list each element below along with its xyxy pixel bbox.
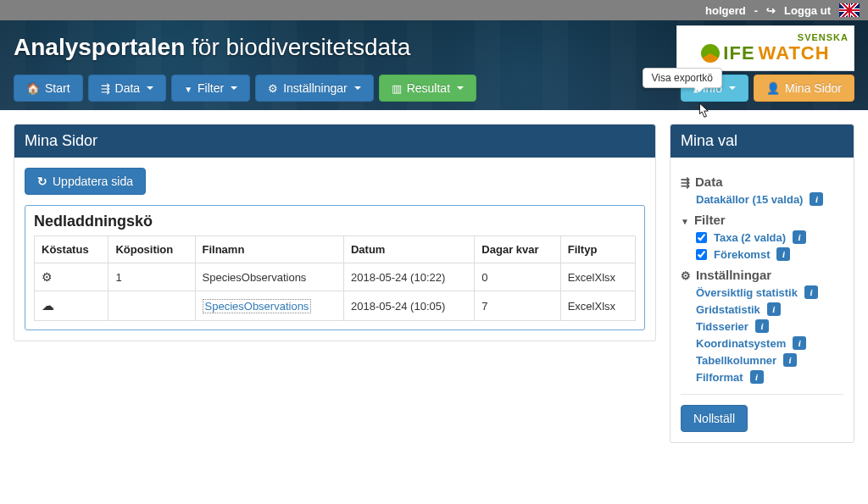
nav-start-label: Start [45, 81, 70, 95]
gear-icon [42, 270, 53, 284]
filter-list: Taxa (2 valda)iFörekomsti [681, 230, 843, 261]
sitemap-icon [101, 81, 110, 95]
table-row: 1SpeciesObservations2018-05-24 (10:22)0E… [35, 263, 636, 291]
caret-icon [147, 86, 153, 90]
list-item-label[interactable]: Filformat [696, 371, 743, 384]
logo-swirl-icon [701, 44, 720, 63]
nav-mypages-label: Mina Sidor [785, 81, 842, 95]
nav-data-label: Data [115, 81, 141, 95]
separator: - [754, 4, 758, 17]
cell-filename: SpeciesObservations [195, 263, 343, 291]
home-icon [26, 81, 40, 95]
queue-title: Nedladdningskö [34, 213, 636, 230]
checkbox[interactable] [696, 249, 707, 260]
refresh-icon [37, 174, 47, 188]
username: holgerd [705, 4, 746, 17]
info-badge-icon[interactable]: i [783, 353, 797, 367]
list-item: Tidsserieri [696, 319, 843, 333]
main-nav: Start Data Filter Inställningar Resultat… [14, 75, 854, 102]
cell-position [108, 291, 195, 321]
cell-filetype: ExcelXlsx [560, 263, 635, 291]
main-panel-heading: Mina Sidor [14, 125, 655, 158]
cloud-icon [42, 298, 54, 313]
caret-icon [231, 86, 237, 90]
cell-status [35, 291, 108, 321]
main-column: Mina Sidor Uppdatera sida Nedladdningskö… [14, 124, 656, 453]
list-item-label[interactable]: Koordinatsystem [696, 337, 786, 350]
list-item: Koordinatsystemi [696, 336, 843, 350]
cell-position: 1 [108, 263, 195, 291]
chart-icon [392, 81, 402, 95]
logout-link[interactable]: Logga ut [784, 4, 831, 17]
caret-icon [457, 86, 464, 90]
info-badge-icon[interactable]: i [793, 336, 806, 350]
logo: SVENSKA IFEWATCH [676, 25, 854, 71]
signout-icon [766, 4, 776, 17]
cell-days: 0 [475, 263, 560, 291]
section-filter-label: Filter [694, 213, 726, 227]
title-rest: för biodiversitetsdata [185, 34, 410, 60]
col-status: Köstatus [35, 236, 108, 263]
list-item-label[interactable]: Gridstatistik [696, 303, 760, 316]
reset-button-label: Nollställ [693, 412, 735, 425]
list-item-label[interactable]: Tabellkolumner [696, 354, 776, 367]
section-data-label: Data [695, 174, 723, 189]
table-row: SpeciesObservations2018-05-24 (10:05)7Ex… [35, 291, 636, 321]
nav-result[interactable]: Resultat [379, 75, 476, 102]
list-item-label[interactable]: Tidsserier [696, 320, 748, 333]
banner: SVENSKA IFEWATCH Visa exportkö Analyspor… [0, 20, 868, 110]
list-item: Förekomsti [696, 247, 843, 261]
logo-watch: WATCH [759, 42, 830, 64]
list-item: Gridstatistiki [696, 302, 843, 316]
sidebar-heading: Mina val [670, 125, 854, 158]
cogs-icon [681, 268, 691, 282]
nav-settings[interactable]: Inställningar [255, 75, 374, 102]
nav-filter[interactable]: Filter [171, 75, 250, 102]
title-bold: Analysportalen [14, 34, 185, 60]
user-icon [766, 81, 780, 95]
filename-link[interactable]: SpeciesObservations [203, 299, 312, 313]
checkbox[interactable] [696, 232, 707, 243]
list-item-label[interactable]: Taxa (2 valda) [714, 231, 786, 244]
info-badge-icon[interactable]: i [755, 319, 769, 333]
list-item-label[interactable]: Förekomst [714, 248, 770, 261]
info-badge-icon[interactable]: i [776, 247, 790, 261]
list-item: Tabellkolumneri [696, 353, 843, 367]
info-badge-icon[interactable]: i [793, 230, 806, 244]
settings-list: Översiktlig statistikiGridstatistikiTids… [681, 285, 843, 384]
section-settings-label: Inställningar [696, 268, 771, 282]
cell-filetype: ExcelXlsx [560, 291, 635, 321]
info-badge-icon[interactable]: i [804, 285, 818, 299]
nav-data[interactable]: Data [88, 75, 167, 102]
col-filetype: Filtyp [560, 236, 635, 263]
sidebar: Mina val Data Datakällor (15 valda)i Fil… [670, 124, 854, 453]
separator [681, 394, 843, 395]
cell-days: 7 [475, 291, 560, 321]
queue-header-row: Köstatus Köposition Filnamn Datum Dagar … [35, 236, 636, 263]
logo-svenska: SVENSKA [798, 32, 849, 42]
tooltip-export-queue: Visa exportkö [643, 68, 723, 88]
info-badge-icon[interactable]: i [767, 302, 781, 316]
nav-mypages[interactable]: Mina Sidor [754, 75, 854, 102]
cell-status [35, 263, 108, 291]
flag-icon-uk[interactable] [839, 3, 860, 17]
col-days: Dagar kvar [475, 236, 560, 263]
queue-panel: Nedladdningskö Köstatus Köposition Filna… [25, 205, 645, 330]
sidebar-panel: Mina val Data Datakällor (15 valda)i Fil… [670, 124, 854, 443]
logo-ife: IFE [723, 42, 754, 64]
list-item-label[interactable]: Översiktlig statistik [696, 286, 798, 299]
list-item: Datakällor (15 valda)i [696, 192, 843, 206]
section-filter: Filter [681, 213, 843, 227]
content: Mina Sidor Uppdatera sida Nedladdningskö… [0, 110, 868, 467]
caret-icon [354, 86, 361, 90]
data-list: Datakällor (15 valda)i [681, 192, 843, 206]
main-panel: Mina Sidor Uppdatera sida Nedladdningskö… [14, 124, 656, 341]
reset-button[interactable]: Nollställ [681, 405, 748, 432]
refresh-button[interactable]: Uppdatera sida [25, 168, 146, 195]
caret-icon [729, 86, 736, 90]
list-item-label[interactable]: Datakällor (15 valda) [696, 193, 803, 206]
nav-start[interactable]: Start [14, 75, 83, 102]
info-badge-icon[interactable]: i [750, 370, 764, 384]
info-badge-icon[interactable]: i [810, 192, 823, 206]
main-panel-body: Uppdatera sida Nedladdningskö Köstatus K… [14, 158, 655, 341]
